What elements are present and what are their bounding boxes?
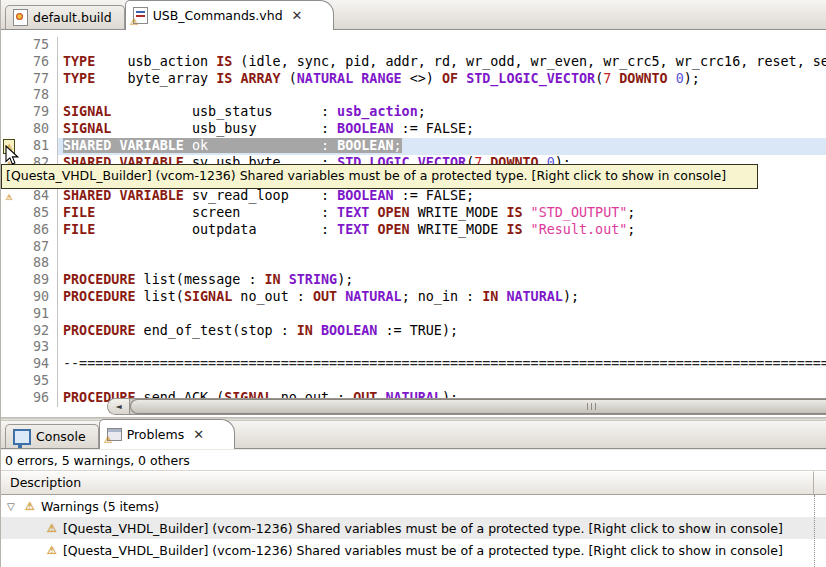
code-line[interactable]: 88 bbox=[1, 255, 826, 272]
annotation-gutter-cell[interactable] bbox=[1, 306, 17, 323]
code-text: SIGNAL usb_status : usb_action; bbox=[57, 104, 826, 121]
code-line[interactable]: 94--====================================… bbox=[1, 356, 826, 373]
line-number: 78 bbox=[17, 87, 57, 104]
scroll-left-button[interactable]: ◄ bbox=[108, 399, 130, 414]
mouse-cursor-icon bbox=[5, 145, 19, 166]
annotation-gutter-cell[interactable] bbox=[1, 339, 17, 356]
code-line[interactable]: 91 bbox=[1, 306, 826, 323]
code-text bbox=[57, 37, 826, 54]
extra-column-header[interactable] bbox=[814, 471, 826, 495]
annotation-gutter-cell[interactable] bbox=[1, 87, 17, 104]
warning-overlay-icon: ⚠ bbox=[104, 435, 112, 445]
column-divider[interactable] bbox=[814, 495, 815, 567]
line-number: 95 bbox=[17, 373, 57, 390]
tab-close-icon[interactable]: ✕ bbox=[292, 9, 303, 22]
code-line[interactable]: 93 bbox=[1, 339, 826, 356]
annotation-gutter-cell[interactable] bbox=[1, 71, 17, 88]
line-number: 80 bbox=[17, 121, 57, 138]
code-text: FILE screen : TEXT OPEN WRITE_MODE IS "S… bbox=[57, 205, 826, 222]
code-text bbox=[57, 306, 826, 323]
code-line[interactable]: 92PROCEDURE end_of_test(stop : IN BOOLEA… bbox=[1, 323, 826, 340]
panel-tab-problems[interactable]: ⚠Problems✕ bbox=[99, 419, 236, 449]
scrollbar-grip-icon bbox=[587, 403, 598, 410]
annotation-gutter-cell[interactable] bbox=[1, 222, 17, 239]
annotation-gutter-cell[interactable] bbox=[1, 205, 17, 222]
annotation-gutter-cell[interactable] bbox=[1, 272, 17, 289]
annotation-gutter-cell[interactable] bbox=[1, 289, 17, 306]
annotation-gutter-cell[interactable] bbox=[1, 373, 17, 390]
code-line[interactable]: 89PROCEDURE list(message : IN STRING); bbox=[1, 272, 826, 289]
code-line[interactable]: 79SIGNAL usb_status : usb_action; bbox=[1, 104, 826, 121]
problem-row[interactable]: ⚠[Questa_VHDL_Builder] (vcom-1236) Share… bbox=[1, 539, 826, 561]
code-line[interactable]: 76TYPE usb_action IS (idle, sync, pid, a… bbox=[1, 54, 826, 71]
problems-summary: 0 errors, 5 warnings, 0 others bbox=[1, 450, 826, 471]
line-number: 75 bbox=[17, 37, 57, 54]
annotation-gutter-cell[interactable] bbox=[1, 323, 17, 340]
description-column-header[interactable]: Description bbox=[1, 471, 814, 495]
problems-icon: ⚠ bbox=[107, 428, 122, 441]
problem-text: [Questa_VHDL_Builder] (vcom-1236) Shared… bbox=[63, 543, 783, 558]
code-line[interactable]: 80SIGNAL usb_busy : BOOLEAN := FALSE; bbox=[1, 121, 826, 138]
twistie-expanded-icon[interactable]: ▽ bbox=[7, 501, 25, 512]
code-line[interactable]: ⚠84SHARED VARIABLE sv_read_loop : BOOLEA… bbox=[1, 188, 826, 205]
editor-tab-label: default.build bbox=[33, 10, 112, 25]
tab-close-icon[interactable]: ✕ bbox=[193, 428, 204, 441]
code-area: 7576TYPE usb_action IS (idle, sync, pid,… bbox=[1, 37, 826, 407]
line-number: 90 bbox=[17, 289, 57, 306]
code-text: FILE outpdata : TEXT OPEN WRITE_MODE IS … bbox=[57, 222, 826, 239]
editor-tab-default-build[interactable]: default.build bbox=[5, 5, 125, 29]
annotation-gutter-cell[interactable] bbox=[1, 356, 17, 373]
code-line[interactable]: ⚠81SHARED VARIABLE ok : BOOLEAN; bbox=[1, 138, 826, 155]
annotation-gutter-cell[interactable] bbox=[1, 255, 17, 272]
problems-column-header-row: Description bbox=[1, 471, 826, 495]
code-line[interactable]: 78 bbox=[1, 87, 826, 104]
line-number: 81 bbox=[17, 138, 57, 155]
annotation-gutter-cell[interactable] bbox=[1, 239, 17, 256]
build-file-icon bbox=[13, 9, 28, 26]
panel-tab-bar: Console⚠Problems✕ bbox=[1, 420, 826, 449]
code-line[interactable]: 75 bbox=[1, 37, 826, 54]
line-number: 89 bbox=[17, 272, 57, 289]
panel-tab-console[interactable]: Console bbox=[5, 424, 99, 448]
code-text bbox=[57, 373, 826, 390]
annotation-gutter-cell[interactable] bbox=[1, 390, 17, 407]
eclipse-window: default.build⚠USB_Commands.vhd✕ 7576TYPE… bbox=[0, 0, 826, 567]
code-line[interactable]: 87 bbox=[1, 239, 826, 256]
code-line[interactable]: 77TYPE byte_array IS ARRAY (NATURAL RANG… bbox=[1, 71, 826, 88]
warnings-group-row[interactable]: ▽⚠Warnings (5 items) bbox=[1, 495, 826, 517]
warning-marker-icon[interactable]: ⚠ bbox=[6, 189, 13, 206]
code-text: --======================================… bbox=[57, 356, 826, 373]
problem-row[interactable]: ⚠[Questa_VHDL_Builder] (vcom-1236) Share… bbox=[1, 517, 826, 539]
annotation-gutter-cell[interactable] bbox=[1, 104, 17, 121]
panel-tab-label: Console bbox=[36, 429, 86, 444]
warning-icon: ⚠ bbox=[47, 544, 57, 557]
annotation-gutter-cell[interactable]: ⚠ bbox=[1, 188, 17, 205]
annotation-gutter-cell[interactable] bbox=[1, 121, 17, 138]
vhdl-file-icon: ⚠ bbox=[133, 7, 148, 24]
problems-tree: ▽⚠Warnings (5 items)⚠[Questa_VHDL_Builde… bbox=[1, 495, 826, 567]
line-number: 93 bbox=[17, 339, 57, 356]
code-line[interactable]: 90PROCEDURE list(SIGNAL no_out : OUT NAT… bbox=[1, 289, 826, 306]
line-number: 91 bbox=[17, 306, 57, 323]
code-line[interactable]: 86FILE outpdata : TEXT OPEN WRITE_MODE I… bbox=[1, 222, 826, 239]
code-text: TYPE byte_array IS ARRAY (NATURAL RANGE … bbox=[57, 71, 826, 88]
code-text: TYPE usb_action IS (idle, sync, pid, add… bbox=[57, 54, 826, 71]
vhdl-editor[interactable]: 7576TYPE usb_action IS (idle, sync, pid,… bbox=[1, 30, 826, 417]
tooltip-text: [Questa_VHDL_Builder] (vcom-1236) Shared… bbox=[6, 168, 726, 183]
annotation-gutter-cell[interactable] bbox=[1, 54, 17, 71]
code-text bbox=[57, 239, 826, 256]
horizontal-scrollbar[interactable]: ◄ bbox=[107, 398, 826, 415]
scrollbar-thumb[interactable] bbox=[130, 399, 826, 414]
selected-text: SHARED VARIABLE ok : BOOLEAN; bbox=[63, 138, 402, 153]
line-number: 94 bbox=[17, 356, 57, 373]
problem-text: [Questa_VHDL_Builder] (vcom-1236) Shared… bbox=[63, 521, 783, 536]
warning-tooltip: [Questa_VHDL_Builder] (vcom-1236) Shared… bbox=[1, 164, 758, 189]
warning-overlay-icon: ⚠ bbox=[130, 17, 138, 27]
line-number: 77 bbox=[17, 71, 57, 88]
editor-tab-label: USB_Commands.vhd bbox=[153, 8, 283, 23]
editor-tab-usb-commands-vhd[interactable]: ⚠USB_Commands.vhd✕ bbox=[125, 0, 334, 30]
warning-icon: ⚠ bbox=[47, 522, 57, 535]
code-line[interactable]: 85FILE screen : TEXT OPEN WRITE_MODE IS … bbox=[1, 205, 826, 222]
annotation-gutter-cell[interactable] bbox=[1, 37, 17, 54]
code-line[interactable]: 95 bbox=[1, 373, 826, 390]
